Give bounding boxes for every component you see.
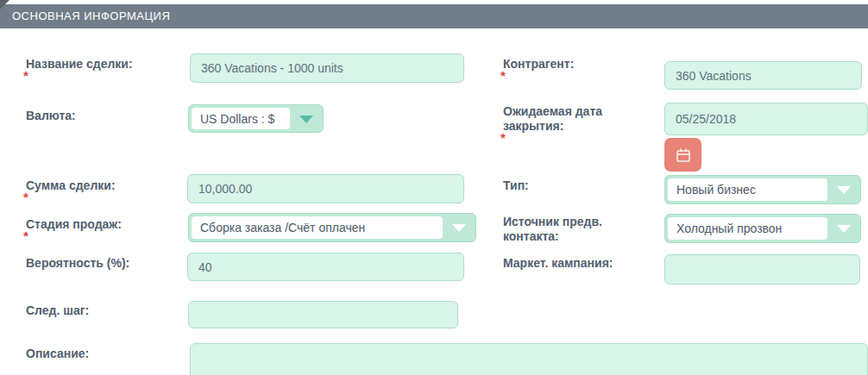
sales-stage-selected-value: Сборка заказа /Счёт оплачен [192,216,443,239]
currency-select[interactable]: US Dollars : $ [188,104,324,133]
lead-source-label: Источник предв. контакта: [503,215,648,244]
deal-name-label: Название сделки: * [26,57,177,72]
required-marker: * [23,228,28,243]
required-marker: * [23,190,28,204]
chevron-down-icon [299,116,313,123]
probability-input[interactable] [187,253,464,281]
deal-name-input[interactable] [190,53,464,83]
type-select[interactable]: Новый бизнес [664,175,861,204]
description-label: Описание: [26,347,177,361]
account-input[interactable] [664,61,862,90]
sales-stage-select[interactable]: Сборка заказа /Счёт оплачен [188,213,476,242]
lead-source-select[interactable]: Холодный прозвон [664,214,861,243]
type-label: Тип: [503,178,648,193]
amount-input[interactable] [187,174,464,203]
lead-source-selected-value: Холодный прозвон [668,217,827,240]
probability-label: Вероятность (%): [26,256,177,271]
next-step-input[interactable] [188,301,458,328]
amount-label: Сумма сделки: * [26,178,177,193]
close-date-label: Ожидаемая дата закрытия: * [503,104,648,134]
deal-edit-basic-info-panel: ОСНОВНАЯ ИНФОРМАЦИЯ Название сделки: * В… [0,0,868,375]
sales-stage-label: Стадия продаж: * [26,217,177,232]
section-title: ОСНОВНАЯ ИНФОРМАЦИЯ [12,9,170,22]
section-header-basic-information[interactable]: ОСНОВНАЯ ИНФОРМАЦИЯ [0,4,868,28]
required-marker: * [23,68,28,83]
currency-selected-value: US Dollars : $ [192,108,290,129]
chevron-down-icon [452,224,466,232]
required-marker: * [500,68,506,83]
next-step-label: След. шаг: [26,303,177,318]
type-selected-value: Новый бизнес [668,178,827,201]
campaign-input[interactable] [664,254,860,284]
required-marker: * [500,130,506,145]
description-textarea[interactable] [190,343,868,375]
calendar-picker-button[interactable] [664,138,701,172]
chevron-down-icon [837,186,851,194]
account-label: Контрагент: * [503,57,648,72]
chevron-down-icon [837,225,851,233]
close-date-input[interactable] [664,103,868,135]
campaign-label: Маркет. кампания: [503,256,648,271]
calendar-icon [674,146,693,165]
currency-label: Валюта: [26,109,177,123]
panel-corner-wedge [0,0,9,9]
